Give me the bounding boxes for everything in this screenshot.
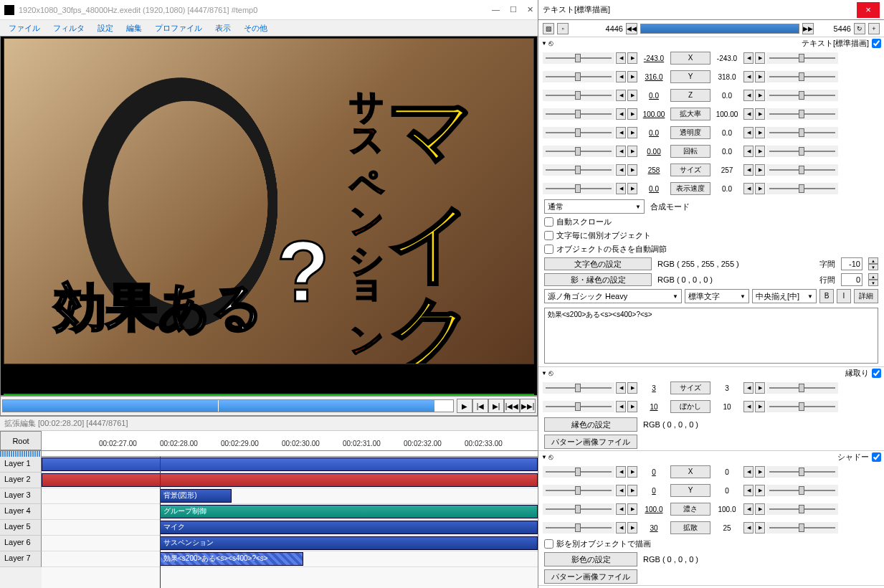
shadow-label-button[interactable]: 拡散 <box>670 521 710 534</box>
scrub-track[interactable] <box>2 399 454 412</box>
shadow-fx-color-button[interactable]: 影色の設定 <box>544 552 637 566</box>
spin-right-dec[interactable]: ◀ <box>743 401 754 412</box>
outline-label-button[interactable]: ぼかし <box>670 400 710 413</box>
spin-right-dec[interactable]: ◀ <box>743 503 754 515</box>
text-label-button[interactable]: Z <box>670 89 710 102</box>
spin-right-dec[interactable]: ◀ <box>743 164 754 176</box>
spin-left-inc[interactable]: ▶ <box>627 382 637 394</box>
spin-left-dec[interactable]: ◀ <box>616 108 626 120</box>
spin-right-dec[interactable]: ◀ <box>743 522 754 534</box>
shadow-enable-check[interactable] <box>872 452 881 462</box>
text-slider-left[interactable] <box>543 127 614 138</box>
layer-label[interactable]: Layer 6 <box>0 536 42 551</box>
shadow-value-left[interactable]: 30 <box>639 524 669 532</box>
prev-keyframe-button[interactable]: ◀◀ <box>626 23 637 34</box>
text-label-button[interactable]: サイズ <box>670 163 710 176</box>
bold-button[interactable]: B <box>819 289 834 303</box>
line-down[interactable]: ▼ <box>868 280 878 286</box>
text-value-left[interactable]: 0.0 <box>639 185 669 193</box>
spin-right-dec[interactable]: ◀ <box>743 90 754 101</box>
layer-label[interactable]: Layer 1 <box>0 457 42 473</box>
text-value-right[interactable]: 0.0 <box>712 92 742 100</box>
link-icon[interactable]: ⎋ <box>548 39 553 47</box>
clip-video[interactable] <box>42 457 538 471</box>
spin-left-inc[interactable]: ▶ <box>627 183 637 194</box>
text-slider-left[interactable] <box>543 108 614 120</box>
next-keyframe-button[interactable]: ▶▶ <box>802 23 814 34</box>
timeline-minimap[interactable] <box>0 451 42 457</box>
detail-button[interactable]: 詳細 <box>854 289 878 303</box>
text-value-left[interactable]: 316.0 <box>639 73 669 81</box>
section-header-text[interactable]: ▼ ⎋ テキスト[標準描画] <box>538 37 884 49</box>
link-icon[interactable]: ⎋ <box>548 452 553 461</box>
spin-left-dec[interactable]: ◀ <box>616 71 626 82</box>
loop-button[interactable]: ↻ <box>854 23 865 34</box>
menu-profile[interactable]: プロファイル <box>149 22 208 35</box>
clip-susp[interactable]: サスペンション <box>160 536 538 550</box>
clip-audio[interactable] <box>42 473 538 487</box>
shadow-value-right[interactable]: 0 <box>712 468 742 476</box>
text-value-right[interactable]: 0.0 <box>712 129 742 137</box>
close-button[interactable]: × <box>857 2 880 18</box>
spin-left-dec[interactable]: ◀ <box>616 522 626 534</box>
prev-frame-button[interactable]: |◀ <box>472 399 488 413</box>
spin-left-dec[interactable]: ◀ <box>616 127 626 138</box>
clip-bg[interactable]: 背景(図形) <box>160 489 232 503</box>
spin-right-dec[interactable]: ◀ <box>743 71 754 82</box>
layer-label[interactable]: Layer 3 <box>0 488 42 504</box>
timeline-tracks[interactable]: 背景(図形) グループ制御 マイク サスペンション 効果<s200>ある<s><… <box>42 457 538 588</box>
text-slider-right[interactable] <box>766 164 838 176</box>
link-icon[interactable]: ⎋ <box>548 369 553 377</box>
spin-right-inc[interactable]: ▶ <box>755 90 765 101</box>
spin-right-dec[interactable]: ◀ <box>743 108 754 120</box>
font-combo[interactable]: 源ノ角ゴシック Heavy▼ <box>544 289 682 303</box>
shadow-value-left[interactable]: 100.0 <box>639 506 669 513</box>
align-combo[interactable]: 中央揃え[中]▼ <box>752 289 817 303</box>
minimize-button[interactable]: — <box>492 5 500 14</box>
spin-left-dec[interactable]: ◀ <box>616 164 626 176</box>
shadow-slider-left[interactable] <box>543 485 614 496</box>
menu-other[interactable]: その他 <box>238 22 273 35</box>
text-label-button[interactable]: Y <box>670 70 710 83</box>
spacing-up[interactable]: ▲ <box>868 257 878 264</box>
spin-left-inc[interactable]: ▶ <box>627 164 637 176</box>
timeline-root-button[interactable]: Root <box>0 431 42 450</box>
text-value-right[interactable]: 257 <box>712 166 742 174</box>
shadow-value-left[interactable]: 0 <box>639 487 669 495</box>
shadow-value-left[interactable]: 0 <box>639 468 669 476</box>
text-slider-right[interactable] <box>766 71 838 82</box>
spin-right-dec[interactable]: ◀ <box>743 52 754 64</box>
outline-slider-right[interactable] <box>766 401 838 412</box>
add-button[interactable]: + <box>868 23 880 34</box>
text-slider-left[interactable] <box>543 164 614 176</box>
text-slider-left[interactable] <box>543 52 614 64</box>
line-up[interactable]: ▲ <box>868 273 878 280</box>
frame-progress[interactable] <box>640 24 799 34</box>
spin-right-dec[interactable]: ◀ <box>743 183 754 194</box>
spin-right-dec[interactable]: ◀ <box>743 466 754 478</box>
spin-left-dec[interactable]: ◀ <box>616 183 626 194</box>
spin-right-dec[interactable]: ◀ <box>743 146 754 157</box>
outline-slider-left[interactable] <box>543 401 614 412</box>
font-type-combo[interactable]: 標準文字▼ <box>685 289 749 303</box>
shadow-value-right[interactable]: 100.0 <box>712 506 742 513</box>
auto-length-check[interactable] <box>544 245 553 254</box>
outline-slider-left[interactable] <box>543 382 614 394</box>
text-label-button[interactable]: X <box>670 52 710 65</box>
preview-area[interactable]: マイク サスペンション 効果ある ? <box>0 36 538 396</box>
text-slider-right[interactable] <box>766 90 838 101</box>
spin-right-inc[interactable]: ▶ <box>755 183 765 194</box>
line-spacing-input[interactable] <box>841 273 862 286</box>
spin-left-inc[interactable]: ▶ <box>627 127 637 138</box>
spin-right-inc[interactable]: ▶ <box>755 485 765 496</box>
shadow-label-button[interactable]: 濃さ <box>670 503 710 516</box>
spin-right-dec[interactable]: ◀ <box>743 382 754 394</box>
text-slider-right[interactable] <box>766 127 838 138</box>
text-slider-left[interactable] <box>543 90 614 101</box>
text-label-button[interactable]: 拡大率 <box>670 108 710 120</box>
text-value-right[interactable]: 100.00 <box>712 110 742 118</box>
spin-right-dec[interactable]: ◀ <box>743 485 754 496</box>
spin-left-inc[interactable]: ▶ <box>627 466 637 478</box>
clip-group[interactable]: グループ制御 <box>160 505 538 518</box>
outline-value-right[interactable]: 10 <box>712 403 742 411</box>
